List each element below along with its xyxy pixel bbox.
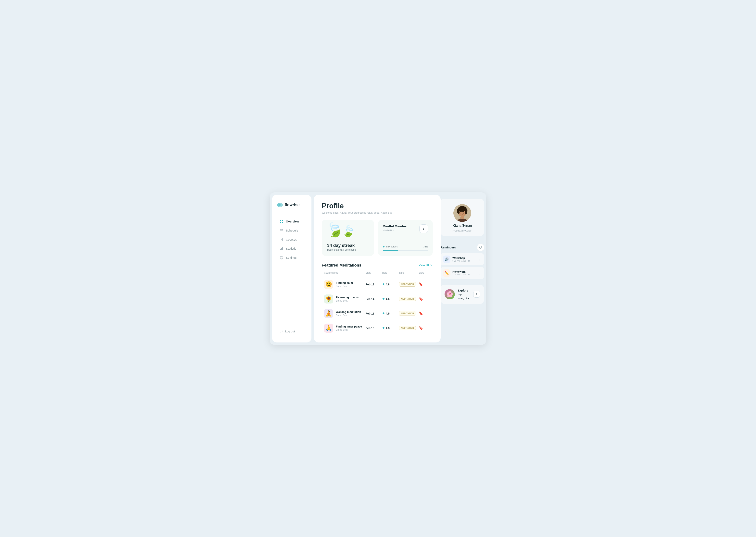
type-badge: MEDITATION bbox=[399, 326, 416, 330]
view-all-button[interactable]: View all bbox=[419, 264, 433, 267]
table-row: 🙏 Finding inner peace Bruno Scott Feb 18… bbox=[322, 321, 433, 335]
course-save[interactable]: 🔖 bbox=[419, 282, 430, 287]
star-icon: ★ bbox=[382, 312, 385, 315]
course-type: MEDITATION bbox=[399, 297, 419, 301]
sidebar-item-schedule[interactable]: Schedule bbox=[277, 227, 307, 234]
gear-icon bbox=[280, 256, 284, 260]
book-icon bbox=[280, 238, 284, 242]
streak-leaves: 🍃 🍃 bbox=[326, 222, 356, 237]
top-cards: 🍃 🍃 34 day streak Better than 86% of stu… bbox=[322, 220, 433, 256]
sidebar: flowrise Overview bbox=[272, 195, 311, 343]
insights-flower: 🌸 bbox=[445, 289, 455, 299]
progress-card: Mindful Minutes Middle/Pro In Progress bbox=[378, 220, 433, 256]
reminder-item-workshop: 🔊 Workshop 8:00 AM - 12:00 PM ⋮ bbox=[441, 253, 484, 265]
bell-icon bbox=[479, 246, 482, 249]
course-thumbnail: 🌻 bbox=[324, 295, 333, 304]
sidebar-item-statistic[interactable]: Statistic bbox=[277, 245, 307, 253]
course-thumbnail: 🙏 bbox=[324, 324, 333, 333]
chevron-right-icon bbox=[429, 264, 433, 267]
course-rating: ★ 4.6 bbox=[382, 297, 399, 301]
course-save[interactable]: 🔖 bbox=[419, 311, 430, 316]
streak-card: 🍃 🍃 34 day streak Better than 86% of stu… bbox=[322, 220, 374, 256]
rating-value: 4.8 bbox=[386, 283, 389, 286]
right-panel: Kiana Sunan Productivity Coach Reminders… bbox=[441, 195, 484, 343]
sidebar-item-statistic-label: Statistic bbox=[286, 247, 296, 250]
logout-button[interactable]: Log out bbox=[277, 327, 307, 335]
bookmark-icon[interactable]: 🔖 bbox=[419, 311, 423, 315]
insights-arrow-button[interactable] bbox=[473, 291, 480, 298]
sidebar-item-overview[interactable]: Overview bbox=[277, 218, 307, 226]
reminders-header: Reminders bbox=[441, 244, 484, 251]
reminder-workshop-name: Workshop bbox=[452, 257, 476, 260]
course-name-author: Bruno Scott bbox=[336, 299, 359, 302]
course-name-cell: 🙏 Finding inner peace Bruno Scott bbox=[324, 324, 366, 333]
course-name-cell: 😊 Finding calm Bruno Scott bbox=[324, 280, 366, 289]
avatar-image bbox=[453, 204, 471, 222]
bookmark-icon[interactable]: 🔖 bbox=[419, 282, 423, 286]
page-subtitle: Welcome back, Kiana! Your progress is re… bbox=[322, 211, 433, 214]
logo-icon bbox=[277, 202, 283, 208]
course-rating: ★ 4.5 bbox=[382, 312, 399, 315]
course-type: MEDITATION bbox=[399, 311, 419, 316]
speaker-icon: 🔊 bbox=[445, 257, 449, 262]
bell-button[interactable] bbox=[477, 244, 484, 251]
insights-card: 🌸 Explore my insights bbox=[441, 285, 484, 304]
table-row: 🧘 Walking meditation Bruno Scott Feb 16 … bbox=[322, 306, 433, 321]
course-save[interactable]: 🔖 bbox=[419, 297, 430, 301]
grid-icon bbox=[280, 220, 284, 224]
col-save: Save bbox=[419, 271, 430, 274]
svg-rect-13 bbox=[280, 249, 281, 250]
course-level: Middle/Pro bbox=[383, 229, 407, 232]
course-rating: ★ 4.8 bbox=[382, 283, 399, 286]
sidebar-item-schedule-label: Schedule bbox=[286, 229, 298, 232]
course-name-main: Finding calm bbox=[336, 281, 353, 284]
user-role: Productivity Coach bbox=[452, 229, 472, 232]
course-name-author: Bruno Scott bbox=[336, 285, 353, 288]
progress-label: In Progress bbox=[386, 245, 398, 248]
sidebar-item-courses[interactable]: Courses bbox=[277, 236, 307, 243]
course-start: Feb 18 bbox=[366, 326, 382, 330]
course-name-main: Walking meditation bbox=[336, 310, 361, 313]
course-name-author: Bruno Scott bbox=[336, 314, 361, 317]
course-rating: ★ 4.8 bbox=[382, 326, 399, 330]
svg-point-26 bbox=[460, 211, 462, 212]
progress-bar-background bbox=[383, 250, 428, 251]
logo: flowrise bbox=[277, 202, 300, 208]
view-all-label: View all bbox=[419, 264, 429, 267]
svg-point-27 bbox=[463, 211, 464, 212]
star-icon: ★ bbox=[382, 326, 385, 330]
svg-rect-15 bbox=[282, 247, 283, 250]
reminder-item-homework: ✏️ Homework 8:00 AM - 12:00 PM ⋮ bbox=[441, 267, 484, 279]
reminder-more-button[interactable]: ⋮ bbox=[478, 271, 481, 275]
sidebar-item-settings-label: Settings bbox=[286, 256, 296, 259]
course-name-main: Finding inner peace bbox=[336, 325, 362, 328]
main-content: Profile Welcome back, Kiana! Your progre… bbox=[314, 195, 441, 343]
svg-rect-5 bbox=[282, 222, 283, 223]
bookmark-icon[interactable]: 🔖 bbox=[419, 297, 423, 301]
reminder-workshop-icon-bg: 🔊 bbox=[443, 256, 450, 263]
svg-rect-6 bbox=[280, 229, 283, 232]
svg-point-28 bbox=[459, 213, 461, 214]
reminder-homework-time: 8:00 AM - 12:00 PM bbox=[452, 273, 476, 276]
reminder-more-button[interactable]: ⋮ bbox=[478, 258, 481, 261]
bookmark-icon[interactable]: 🔖 bbox=[419, 326, 423, 330]
chevron-right-icon bbox=[475, 293, 478, 296]
course-name-info: Walking meditation Bruno Scott bbox=[336, 310, 361, 317]
streak-sublabel: Better than 86% of students bbox=[327, 248, 369, 251]
featured-section-title: Featured Meditations bbox=[322, 263, 361, 268]
streak-label: 34 day streak bbox=[327, 243, 369, 248]
reminder-homework-name: Homework bbox=[452, 270, 476, 273]
course-thumbnail: 🧘 bbox=[324, 309, 333, 318]
course-name-cell: 🧘 Walking meditation Bruno Scott bbox=[324, 309, 366, 318]
course-name-info: Finding calm Bruno Scott bbox=[336, 281, 353, 288]
profile-card: Kiana Sunan Productivity Coach bbox=[441, 199, 484, 236]
courses-list: 😊 Finding calm Bruno Scott Feb 12 ★ 4.8 … bbox=[322, 277, 433, 335]
course-name-info: Returning to now Bruno Scott bbox=[336, 296, 359, 302]
table-row: 🌻 Returning to now Bruno Scott Feb 14 ★ … bbox=[322, 292, 433, 306]
course-navigate-button[interactable] bbox=[419, 225, 428, 233]
table-row: 😊 Finding calm Bruno Scott Feb 12 ★ 4.8 … bbox=[322, 277, 433, 292]
user-name: Kiana Sunan bbox=[453, 224, 472, 227]
rating-value: 4.5 bbox=[386, 312, 389, 315]
sidebar-item-settings[interactable]: Settings bbox=[277, 254, 307, 262]
course-save[interactable]: 🔖 bbox=[419, 326, 430, 330]
